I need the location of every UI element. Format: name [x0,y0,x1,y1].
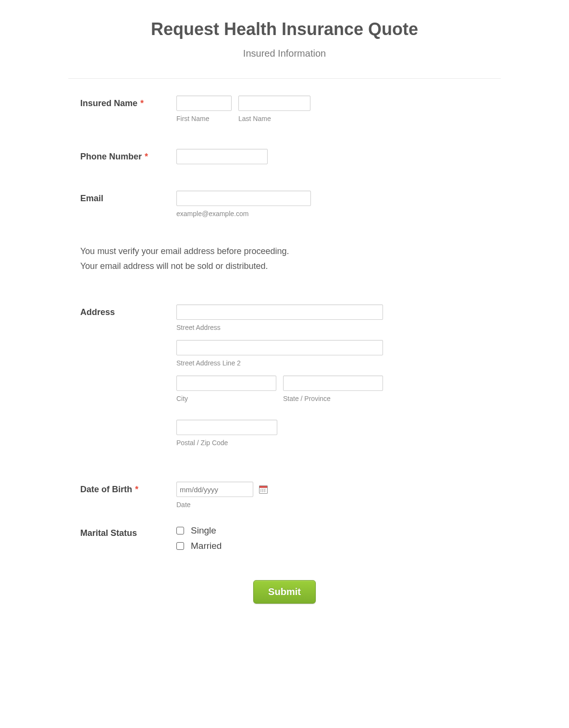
email-sublabel: example@example.com [176,210,501,218]
postal-code-sublabel: Postal / Zip Code [176,439,501,447]
calendar-icon[interactable] [259,485,268,494]
marital-option-married[interactable]: Married [176,541,501,551]
email-note-line1: You must verify your email address befor… [80,244,501,259]
city-input[interactable] [176,376,276,391]
city-sublabel: City [176,395,276,402]
address-label: Address [80,307,115,317]
dob-input[interactable] [176,482,253,497]
page-subtitle: Insured Information [68,48,501,59]
marital-status-label: Marital Status [80,528,137,538]
page-title: Request Health Insurance Quote [68,19,501,39]
marital-option-label: Single [191,525,216,536]
first-name-sublabel: First Name [176,115,232,122]
last-name-sublabel: Last Name [238,115,310,122]
marital-option-label: Married [191,541,222,551]
dob-label: Date of Birth* [80,485,138,494]
state-input[interactable] [283,376,383,391]
checkbox-icon[interactable] [176,527,184,534]
street-address-2-input[interactable] [176,340,383,355]
first-name-input[interactable] [176,96,232,111]
state-sublabel: State / Province [283,395,383,402]
street-address-2-sublabel: Street Address Line 2 [176,359,501,367]
required-marker: * [140,98,144,108]
checkbox-icon[interactable] [176,542,184,550]
email-note: You must verify your email address befor… [68,244,501,273]
phone-input[interactable] [176,149,268,164]
street-address-sublabel: Street Address [176,324,501,331]
phone-label: Phone Number* [80,152,148,161]
marital-option-single[interactable]: Single [176,525,501,536]
dob-sublabel: Date [176,501,501,509]
street-address-input[interactable] [176,304,383,320]
postal-code-input[interactable] [176,420,277,435]
required-marker: * [135,485,138,494]
last-name-input[interactable] [238,96,310,111]
email-input[interactable] [176,191,311,206]
insured-name-label: Insured Name* [80,98,144,108]
submit-button[interactable]: Submit [253,580,316,604]
required-marker: * [145,152,148,161]
email-label: Email [80,194,103,203]
email-note-line2: Your email address will not be sold or d… [80,259,501,274]
